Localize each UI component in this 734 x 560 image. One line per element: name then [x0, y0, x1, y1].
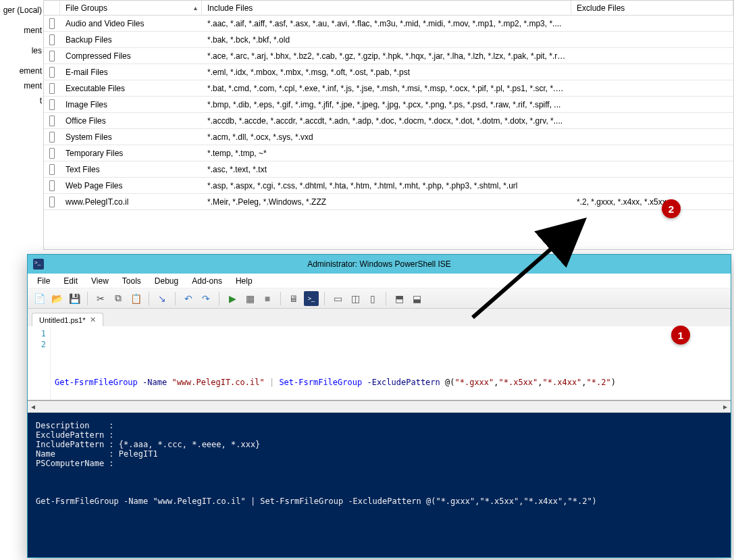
tree-item[interactable] — [0, 18, 43, 23]
tree-item[interactable]: t — [0, 93, 43, 108]
annotation-badge-1: 1 — [671, 326, 690, 345]
header-include[interactable]: Include Files — [202, 1, 571, 15]
table-row[interactable]: System Files*.acm, *.dll, *.ocx, *.sys, … — [44, 129, 733, 145]
row-include: *.eml, *.idx, *.mbox, *.mbx, *.msg, *.of… — [202, 66, 571, 78]
header-name[interactable]: File Groups ▴ — [60, 1, 202, 15]
row-name: E-mail Files — [60, 66, 202, 78]
nav-tree[interactable]: ger (Local) ment les ement ment t — [0, 0, 44, 250]
powershell-icon — [33, 259, 44, 270]
layout-1-icon[interactable]: ▭ — [330, 291, 345, 306]
copy-icon[interactable]: ⧉ — [111, 291, 126, 306]
layout-3-icon[interactable]: ▯ — [365, 291, 380, 306]
editor-tab[interactable]: Untitled1.ps1* ✕ — [32, 313, 103, 326]
table-row[interactable]: www.PelegIT.co.il*.Meir, *.Peleg, *.Wind… — [44, 194, 733, 210]
row-exclude — [571, 103, 733, 106]
menu-view[interactable]: View — [86, 275, 114, 287]
run-icon[interactable]: ▶ — [225, 291, 240, 306]
tree-item[interactable]: ement — [0, 63, 43, 78]
table-row[interactable]: Web Page Files*.asp, *.aspx, *.cgi, *.cs… — [44, 178, 733, 194]
file-icon — [44, 147, 60, 160]
clear-icon[interactable]: ↘ — [155, 291, 169, 306]
row-include: *.aac, *.aif, *.aiff, *.asf, *.asx, *.au… — [202, 18, 571, 30]
table-row[interactable]: Temporary Files*.temp, *.tmp, ~* — [44, 145, 733, 161]
header-icon-col[interactable] — [44, 1, 60, 15]
table-row[interactable]: Text Files*.asc, *.text, *.txt — [44, 161, 733, 178]
file-icon — [44, 163, 60, 176]
tree-item[interactable]: ger (Local) — [0, 3, 43, 18]
command-pane-icon[interactable]: ⬓ — [409, 291, 424, 306]
line-num: 1 — [28, 329, 46, 340]
open-file-icon[interactable]: 📂 — [49, 291, 64, 306]
row-exclude — [571, 71, 733, 74]
file-icon — [44, 82, 60, 95]
table-row[interactable]: Backup Files*.bak, *.bck, *.bkf, *.old — [44, 32, 733, 48]
row-name: Text Files — [60, 163, 202, 176]
tree-item[interactable]: ment — [0, 23, 43, 38]
table-row[interactable]: Image Files*.bmp, *.dib, *.eps, *.gif, *… — [44, 97, 733, 113]
menu-edit[interactable]: Edit — [58, 275, 83, 287]
ps-console-icon[interactable]: >_ — [304, 291, 319, 306]
tree-item[interactable]: les — [0, 43, 43, 58]
tree-item[interactable]: ment — [0, 78, 43, 93]
file-icon — [44, 98, 60, 111]
close-tab-icon[interactable]: ✕ — [90, 315, 96, 324]
line-gutter: 1 2 — [28, 326, 51, 400]
row-exclude — [571, 22, 733, 25]
row-name: Compressed Files — [60, 50, 202, 62]
editor-scrollbar[interactable]: ◂ ▸ — [28, 401, 731, 413]
row-name: Executable Files — [60, 82, 202, 95]
table-row[interactable]: Office Files*.accdb, *.accde, *.accdr, *… — [44, 113, 733, 129]
menu-debug[interactable]: Debug — [149, 275, 184, 287]
row-exclude — [571, 152, 733, 155]
grid-header: File Groups ▴ Include Files Exclude File… — [44, 1, 733, 16]
stop-icon[interactable]: ■ — [260, 291, 275, 306]
row-include: *.temp, *.tmp, ~* — [202, 147, 571, 159]
row-exclude — [571, 39, 733, 41]
row-include: *.bmp, *.dib, *.eps, *.gif, *.img, *.jfi… — [202, 99, 571, 111]
layout-2-icon[interactable]: ◫ — [348, 291, 363, 306]
cut-icon[interactable]: ✂ — [93, 291, 108, 306]
row-include: *.bat, *.cmd, *.com, *.cpl, *.exe, *.inf… — [202, 82, 571, 95]
toolbar: 📄 📂 💾 ✂ ⧉ 📋 ↘ ↶ ↷ ▶ ▦ ■ 🖥 >_ ▭ ◫ ▯ ⬒ ⬓ — [28, 288, 731, 309]
row-name: Image Files — [60, 99, 202, 111]
row-exclude: *.2, *.gxxx, *.x4xx, *.x5xx — [571, 196, 733, 208]
table-row[interactable]: Compressed Files*.ace, *.arc, *.arj, *.b… — [44, 48, 733, 64]
tree-item[interactable] — [0, 38, 43, 43]
run-selection-icon[interactable]: ▦ — [242, 291, 257, 306]
row-exclude — [571, 55, 733, 57]
row-name: Office Files — [60, 115, 202, 127]
header-name-label: File Groups — [65, 3, 107, 13]
command-addon-icon[interactable]: ⬒ — [392, 291, 407, 306]
code-area[interactable]: Get-FsrmFileGroup -Name "www.PelegIT.co.… — [51, 326, 620, 400]
scroll-left-icon[interactable]: ◂ — [28, 402, 38, 411]
menu-file[interactable]: File — [32, 275, 55, 287]
row-name: Temporary Files — [60, 147, 202, 159]
table-row[interactable]: Executable Files*.bat, *.cmd, *.com, *.c… — [44, 80, 733, 97]
undo-icon[interactable]: ↶ — [181, 291, 196, 306]
paste-icon[interactable]: 📋 — [128, 291, 143, 306]
header-exclude[interactable]: Exclude Files — [571, 1, 733, 15]
file-icon — [44, 17, 60, 30]
scroll-right-icon[interactable]: ▸ — [720, 402, 731, 411]
code-line-2: Get-FsrmFileGroup -Name "www.PelegIT.co.… — [55, 378, 616, 388]
powershell-ise-window: Administrator: Windows PowerShell ISE Fi… — [27, 254, 731, 558]
redo-icon[interactable]: ↷ — [199, 291, 213, 306]
file-icon — [44, 33, 60, 47]
row-exclude — [571, 168, 733, 171]
tree-item[interactable] — [0, 58, 43, 63]
menu-tools[interactable]: Tools — [117, 275, 147, 287]
script-editor[interactable]: 1 2 Get-FsrmFileGroup -Name "www.PelegIT… — [28, 326, 731, 401]
annotation-badge-2: 2 — [662, 199, 681, 218]
file-icon — [44, 179, 60, 193]
new-file-icon[interactable]: 📄 — [32, 291, 47, 306]
console-pane[interactable]: Description : ExcludePattern : IncludePa… — [28, 413, 731, 557]
menu-help[interactable]: Help — [230, 275, 258, 287]
table-row[interactable]: E-mail Files*.eml, *.idx, *.mbox, *.mbx,… — [44, 64, 733, 80]
save-icon[interactable]: 💾 — [67, 291, 82, 306]
row-name: www.PelegIT.co.il — [60, 196, 202, 208]
row-name: Web Page Files — [60, 180, 202, 192]
remote-icon[interactable]: 🖥 — [286, 291, 301, 306]
window-titlebar[interactable]: Administrator: Windows PowerShell ISE — [28, 255, 731, 274]
table-row[interactable]: Audio and Video Files*.aac, *.aif, *.aif… — [44, 16, 733, 32]
menu-addons[interactable]: Add-ons — [186, 275, 228, 287]
